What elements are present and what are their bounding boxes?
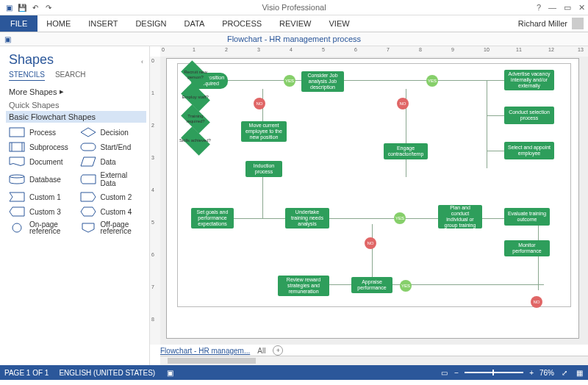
drawing-page[interactable]: New position required Recruit new person… bbox=[166, 58, 579, 339]
shape-custom4[interactable]: Custom 4 bbox=[80, 206, 144, 217]
page-tab-active[interactable]: Flowchart - HR managem... bbox=[160, 347, 250, 355]
tab-search[interactable]: SEARCH bbox=[55, 71, 86, 81]
shape-label: Custom 4 bbox=[101, 208, 132, 216]
more-shapes-link[interactable]: More Shapes ▸ bbox=[9, 87, 143, 96]
badge-no: NO bbox=[365, 237, 376, 249]
shape-decision[interactable]: Decision bbox=[80, 127, 144, 137]
zoom-level[interactable]: 76% bbox=[539, 369, 554, 377]
ruler-tick: 4 bbox=[151, 187, 154, 192]
visio-doc-icon: ▣ bbox=[0, 35, 11, 43]
macro-record-icon[interactable]: ▣ bbox=[165, 368, 174, 377]
save-button[interactable]: 💾 bbox=[16, 1, 28, 13]
tab-process[interactable]: PROCESS bbox=[213, 15, 270, 32]
custom4-icon bbox=[80, 206, 96, 217]
pan-zoom-icon[interactable]: ▦ bbox=[575, 368, 584, 377]
close-button[interactable]: ✕ bbox=[578, 3, 585, 12]
node-move-employee[interactable]: Move current employee to the new positio… bbox=[241, 121, 287, 142]
basic-flowchart-stencil[interactable]: Basic Flowchart Shapes bbox=[6, 111, 146, 123]
tab-data[interactable]: DATA bbox=[176, 15, 214, 32]
tab-file[interactable]: FILE bbox=[0, 15, 37, 32]
undo-button[interactable]: ↶ bbox=[29, 1, 41, 13]
page-indicator[interactable]: PAGE 1 OF 1 bbox=[4, 369, 49, 377]
scrollbar-thumb[interactable] bbox=[168, 358, 256, 364]
minimize-button[interactable]: — bbox=[548, 3, 556, 12]
ruler-tick: 4 bbox=[290, 47, 293, 52]
tab-stencils[interactable]: STENCILS bbox=[9, 71, 45, 81]
shape-offpage-ref[interactable]: Off-page reference bbox=[80, 221, 144, 234]
node-appraise[interactable]: Appraise performance bbox=[351, 277, 392, 293]
page-tab-all[interactable]: All bbox=[257, 347, 265, 355]
svg-point-12 bbox=[12, 223, 21, 232]
badge-no: NO bbox=[254, 98, 265, 109]
ruler-tick: 10 bbox=[484, 47, 490, 52]
terminator-icon bbox=[80, 142, 96, 152]
node-plan-conduct[interactable]: Plan and conduct individual or group tra… bbox=[438, 205, 482, 229]
tab-design[interactable]: DESIGN bbox=[126, 15, 175, 32]
svg-marker-8 bbox=[10, 192, 24, 201]
zoom-out-button[interactable]: − bbox=[454, 369, 459, 377]
node-employ-decision[interactable]: Employ staff? bbox=[178, 86, 213, 108]
decision-icon bbox=[80, 127, 96, 137]
tab-insert[interactable]: INSERT bbox=[79, 15, 126, 32]
shape-data[interactable]: Data bbox=[80, 156, 144, 167]
node-review-reward[interactable]: Review reward strategies and remuneratio… bbox=[278, 276, 329, 296]
shapes-panel-tabs: STENCILS SEARCH bbox=[9, 71, 143, 81]
node-evaluate-training[interactable]: Evaluate training outcome bbox=[504, 208, 550, 226]
shape-label: Document bbox=[29, 158, 63, 166]
horizontal-scrollbar[interactable] bbox=[160, 356, 588, 365]
node-set-goals[interactable]: Set goals and performance expectations bbox=[191, 208, 234, 229]
restore-button[interactable]: ▭ bbox=[564, 3, 571, 12]
shape-onpage-ref[interactable]: On-page reference bbox=[9, 221, 73, 234]
custom1-icon bbox=[9, 192, 25, 202]
node-skills-decision[interactable]: Skills achieved? bbox=[178, 130, 213, 152]
canvas-area: 0 1 2 3 4 5 6 7 8 9 10 11 12 13 0 1 2 3 … bbox=[150, 46, 588, 365]
tab-home[interactable]: HOME bbox=[37, 15, 79, 32]
shapes-title: Shapes bbox=[9, 52, 143, 68]
connector bbox=[487, 80, 487, 168]
shape-database[interactable]: Database bbox=[9, 171, 73, 187]
ruler-tick: 5 bbox=[151, 220, 154, 225]
shape-custom1[interactable]: Custom 1 bbox=[9, 192, 73, 202]
canvas[interactable]: New position required Recruit new person… bbox=[160, 57, 588, 345]
collapse-panel-button[interactable]: ‹ bbox=[141, 58, 143, 65]
shape-label: External Data bbox=[101, 171, 144, 187]
node-consider[interactable]: Consider Job analysis Job description bbox=[301, 71, 344, 92]
shape-custom2[interactable]: Custom 2 bbox=[80, 192, 144, 202]
node-conduct-selection[interactable]: Conduct selection process bbox=[504, 107, 554, 124]
node-select-appoint[interactable]: Select and appoint employee bbox=[504, 142, 554, 159]
badge-yes: YES bbox=[394, 212, 406, 224]
shape-external-data[interactable]: External Data bbox=[80, 171, 144, 187]
shape-subprocess[interactable]: Subprocess bbox=[9, 142, 73, 152]
zoom-slider[interactable] bbox=[465, 372, 523, 373]
tab-review[interactable]: REVIEW bbox=[270, 15, 320, 32]
presentation-mode-icon[interactable]: ▭ bbox=[440, 368, 448, 377]
quick-shapes-heading[interactable]: Quick Shapes bbox=[9, 101, 143, 109]
node-engage[interactable]: Engage contractor/temp bbox=[384, 143, 428, 159]
fit-page-icon[interactable]: ⤢ bbox=[560, 368, 569, 377]
shape-label: Process bbox=[29, 129, 56, 137]
add-page-button[interactable]: + bbox=[273, 345, 283, 356]
shape-process[interactable]: Process bbox=[9, 127, 73, 137]
user-area[interactable]: Richard Miller bbox=[518, 18, 584, 29]
window-controls: ? — ▭ ✕ bbox=[537, 3, 585, 12]
ruler-tick: 3 bbox=[151, 155, 154, 160]
node-training-decision[interactable]: Training required? bbox=[178, 108, 213, 130]
zoom-in-button[interactable]: + bbox=[529, 369, 534, 377]
help-button[interactable]: ? bbox=[537, 3, 541, 12]
subprocess-icon bbox=[9, 142, 25, 152]
shape-document[interactable]: Document bbox=[9, 156, 73, 167]
node-induction[interactable]: Induction process bbox=[245, 161, 282, 177]
shape-start-end[interactable]: Start/End bbox=[80, 142, 144, 152]
node-undertake[interactable]: Undertake training needs analysis bbox=[285, 208, 329, 229]
ruler-tick: 7 bbox=[151, 284, 154, 289]
shape-grid: Process Decision Subprocess Start/End Do… bbox=[9, 127, 143, 234]
redo-button[interactable]: ↷ bbox=[43, 1, 54, 13]
node-monitor[interactable]: Monitor performance bbox=[504, 240, 550, 256]
page-tabs: Flowchart - HR managem... All + bbox=[160, 345, 283, 356]
shape-label: Custom 3 bbox=[29, 208, 61, 216]
node-advertise[interactable]: Advertise vacancy internally and/or exte… bbox=[504, 70, 554, 90]
tab-view[interactable]: VIEW bbox=[320, 15, 358, 32]
connector bbox=[209, 218, 539, 219]
language-indicator[interactable]: ENGLISH (UNITED STATES) bbox=[59, 369, 155, 377]
shape-custom3[interactable]: Custom 3 bbox=[9, 206, 73, 217]
